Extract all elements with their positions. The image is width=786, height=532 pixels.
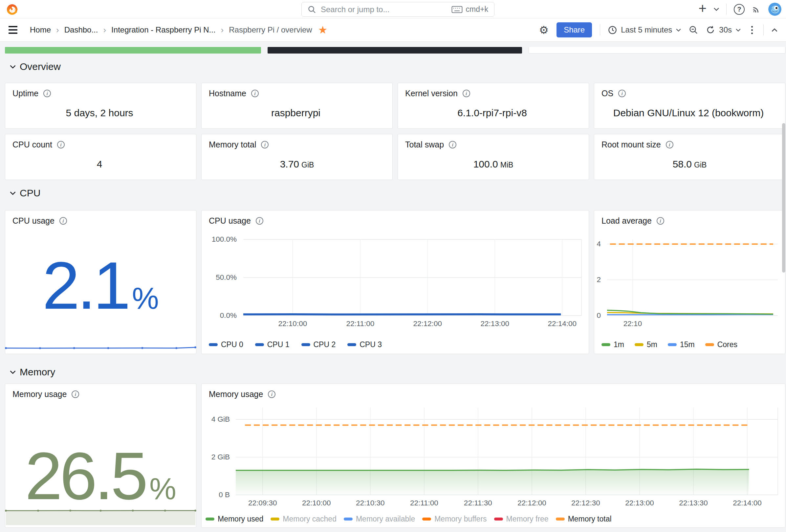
info-icon[interactable]: i [657,217,664,225]
memory-chart-legend: Memory usedMemory cachedMemory available… [206,515,612,524]
legend-series-label: Memory available [356,515,415,524]
favorite-star-icon[interactable]: ★ [318,25,328,35]
search-shortcut: cmd+k [452,5,488,14]
stat-panel-uptime[interactable]: Uptimei 5 days, 2 hours [5,83,196,129]
legend-series-label: 1m [614,340,624,349]
stat-panel-total-swap[interactable]: Total swapi 100.0MiB [398,134,589,180]
breadcrumb-dashboards[interactable]: Dashbo... [64,25,98,34]
stat-panel-kernel-version[interactable]: Kernel versioni 6.1.0-rpi7-rpi-v8 [398,83,589,129]
section-overview[interactable]: Overview [10,61,61,72]
memory-usage-chart-panel[interactable]: Memory usagei 4 GiB2 GiB0 B 22:09:3022:1… [201,384,785,528]
zoom-out-icon[interactable] [689,25,698,34]
x-tick-label: 22:13:00 [625,499,654,507]
legend-item[interactable]: 1m [601,340,624,349]
top-nav-actions: + ? [698,0,781,18]
info-icon[interactable]: i [256,217,263,225]
legend-series-label: CPU 2 [314,340,336,349]
legend-item[interactable]: CPU 2 [301,340,336,349]
stat-panel-root-mount-size[interactable]: Root mount sizei 58.0GiB [594,134,785,180]
memory-usage-chart[interactable] [236,408,778,495]
info-icon[interactable]: i [618,90,626,97]
legend-item[interactable]: Cores [705,340,737,349]
x-tick-label: 22:10 [623,320,642,328]
panel-title: Memory usage [13,390,67,399]
time-range-label: Last 5 minutes [621,25,672,34]
news-rss-icon[interactable] [752,5,761,14]
legend-item[interactable]: CPU 3 [347,340,382,349]
section-cpu[interactable]: CPU [10,187,40,199]
stat-value: 6.1.0-rpi7-rpi-v8 [398,108,589,119]
info-icon[interactable]: i [268,391,275,398]
x-tick-label: 22:13:00 [481,320,510,328]
grafana-logo-icon[interactable] [5,2,19,16]
legend-item[interactable]: Memory total [556,515,612,524]
cutoff-panel-white [529,47,785,53]
share-button[interactable]: Share [556,22,592,38]
chevron-down-icon [736,28,741,31]
info-icon[interactable]: i [72,391,79,398]
legend-series-color [556,517,565,521]
stat-value: 3.70GiB [202,159,392,170]
load-average-chart[interactable] [607,239,778,316]
info-icon[interactable]: i [666,141,673,148]
keyboard-icon [452,6,463,14]
section-title: CPU [20,187,40,199]
legend-item[interactable]: Memory cached [271,515,337,524]
info-icon[interactable]: i [261,141,269,148]
breadcrumb-integration[interactable]: Integration - Raspberry Pi N... [111,25,215,34]
legend-series-color [255,343,264,346]
legend-item[interactable]: 5m [634,340,657,349]
refresh-picker[interactable]: 30s [706,25,741,34]
search-input[interactable]: Search or jump to... cmd+k [301,2,494,17]
menu-toggle-icon[interactable] [8,26,17,34]
legend-item[interactable]: Memory buffers [422,515,487,524]
time-range-picker[interactable]: Last 5 minutes [608,25,681,34]
info-icon[interactable]: i [43,90,51,97]
stat-panel-os[interactable]: OSi Debian GNU/Linux 12 (bookworm) [594,83,785,129]
dashboard-settings-icon[interactable]: ⚙ [539,24,549,37]
info-icon[interactable]: i [251,90,259,97]
info-icon[interactable]: i [60,217,67,225]
memory-chart-x-axis: 22:09:3022:10:0022:10:3022:11:0022:11:30… [236,499,778,507]
stat-panel-cpu-count[interactable]: CPU counti 4 [5,134,196,180]
info-icon[interactable]: i [463,90,470,97]
add-chevron-down-icon[interactable] [714,7,719,11]
legend-item[interactable]: 15m [668,340,695,349]
legend-item[interactable]: Memory free [494,515,549,524]
scrollbar-thumb[interactable] [782,123,785,273]
info-icon[interactable]: i [449,141,456,148]
section-memory[interactable]: Memory [10,367,55,378]
legend-item[interactable]: CPU 1 [255,340,290,349]
breadcrumb-separator: › [103,25,106,35]
more-options-icon[interactable] [748,25,756,36]
help-icon[interactable]: ? [734,4,745,15]
cpu-usage-chart-panel[interactable]: CPU usagei 100.0%50.0%0.0% 22:10:0022:11… [201,210,589,354]
y-tick-label: 0.0% [220,311,237,320]
user-avatar[interactable] [768,3,781,16]
stat-value: 5 days, 2 hours [5,108,196,119]
stat-panel-memory-total[interactable]: Memory totali 3.70GiB [201,134,393,180]
stat-panel-hostname[interactable]: Hostnamei raspberrypi [201,83,393,129]
info-icon[interactable]: i [57,141,65,148]
legend-item[interactable]: Memory used [206,515,263,524]
panel-title: CPU usage [13,216,54,226]
x-tick-label: 22:11:30 [464,499,492,507]
breadcrumb-home[interactable]: Home [30,25,51,34]
toolbar-actions: ⚙ Share Last 5 minutes 30s [539,22,778,38]
cpu-usage-chart[interactable] [243,239,581,316]
memory-usage-stat-panel[interactable]: Memory usagei 26.5% [5,384,196,528]
add-button[interactable]: + [698,3,707,16]
legend-item[interactable]: Memory available [344,515,415,524]
refresh-icon [706,25,715,34]
top-nav: Search or jump to... cmd+k + ? [0,0,786,18]
legend-item[interactable]: CPU 0 [209,340,243,349]
load-average-panel[interactable]: Load averagei 420 22:10 1m5m15mCores [594,210,785,354]
load-chart-x-axis: 22:10 [607,320,778,328]
legend-series-label: 5m [647,340,657,349]
cpu-usage-stat-panel[interactable]: CPU usagei 2.1% [5,210,196,354]
panel-title: Total swap [405,140,444,149]
collapse-toolbar-chevron-up-icon[interactable] [771,28,778,32]
legend-series-label: 15m [680,340,695,349]
section-title: Overview [20,61,61,72]
legend-series-label: Memory used [218,515,263,524]
